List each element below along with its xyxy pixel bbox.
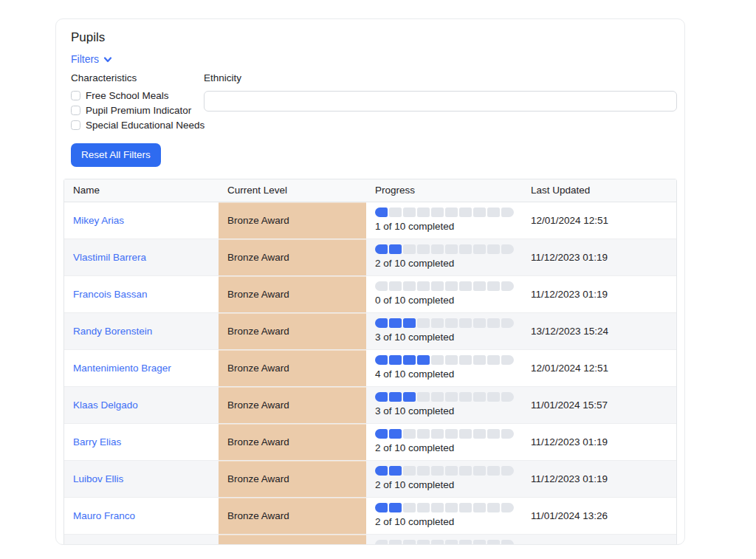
progress-segment-empty — [417, 540, 430, 545]
current-level-value: Bronze Award — [227, 289, 289, 300]
characteristic-checkbox-row[interactable]: Special Educational Needs — [71, 120, 204, 131]
progress-segment-filled — [375, 244, 388, 254]
progress-segment-empty — [445, 540, 458, 545]
progress-segment-empty — [473, 244, 486, 254]
checkbox[interactable] — [71, 106, 80, 115]
progress-cell: 0 of 10 completed — [375, 281, 515, 306]
progress-segment-empty — [403, 208, 416, 217]
last-updated-value: 11/12/2023 01:19 — [531, 436, 608, 447]
progress-segment-empty — [417, 392, 430, 402]
progress-segment-empty — [473, 540, 486, 545]
table-row: Luibov Ellis Bronze Award 2 of 10 comple… — [64, 460, 676, 497]
current-level-value: Bronze Award — [227, 510, 289, 521]
last-updated-value: 12/01/2024 12:51 — [531, 215, 608, 226]
progress-segment-empty — [417, 503, 430, 512]
progress-segment-empty — [473, 318, 486, 328]
table-row — [64, 534, 676, 545]
progress-cell: 2 of 10 completed — [375, 466, 515, 491]
progress-segment-empty — [389, 208, 402, 217]
pupil-name-link[interactable]: Randy Borenstein — [73, 326, 152, 337]
progress-segment-empty — [501, 540, 514, 545]
checkbox[interactable] — [71, 91, 80, 100]
pupil-name-link[interactable]: Luibov Ellis — [73, 473, 123, 484]
progress-segment-empty — [487, 318, 500, 328]
table-row: Mauro Franco Bronze Award 2 of 10 comple… — [64, 497, 676, 534]
progress-bar — [375, 208, 514, 217]
progress-bar — [375, 466, 514, 476]
progress-segment-empty — [487, 355, 500, 365]
characteristics-label: Characteristics — [71, 72, 204, 84]
progress-segment-empty — [403, 540, 416, 545]
table-row: Mikey Arias Bronze Award 1 of 10 complet… — [64, 202, 676, 239]
checkbox-label: Special Educational Needs — [86, 120, 205, 131]
progress-segment-empty — [501, 244, 514, 254]
progress-segment-empty — [403, 281, 416, 291]
progress-segment-empty — [417, 318, 430, 328]
progress-segment-empty — [459, 503, 472, 512]
progress-bar — [375, 503, 514, 512]
pupil-name-link[interactable]: Francois Bassan — [73, 289, 148, 300]
progress-segment-empty — [431, 392, 444, 402]
progress-segment-empty — [487, 503, 500, 512]
last-updated-value: 12/01/2024 12:51 — [531, 363, 608, 374]
last-updated-value: 11/01/2024 15:57 — [531, 399, 608, 411]
pupil-name-link[interactable]: Mantenimiento Brager — [73, 363, 171, 374]
progress-segment-empty — [501, 355, 514, 365]
progress-segment-empty — [431, 244, 444, 254]
pupil-name-link[interactable]: Barry Elias — [73, 436, 121, 447]
progress-segment-filled — [389, 318, 402, 328]
progress-segment-empty — [445, 244, 458, 254]
progress-segment-empty — [473, 503, 486, 512]
pupil-name-link[interactable]: Vlastimil Barrera — [73, 252, 146, 263]
progress-segment-filled — [375, 318, 388, 328]
progress-segment-empty — [459, 355, 472, 365]
progress-text: 0 of 10 completed — [375, 295, 515, 306]
progress-segment-empty — [375, 281, 388, 291]
table-row: Barry Elias Bronze Award 2 of 10 complet… — [64, 423, 676, 460]
progress-bar — [375, 318, 514, 328]
column-header-name: Name — [64, 179, 219, 202]
progress-text: 3 of 10 completed — [375, 405, 515, 417]
progress-segment-empty — [445, 392, 458, 402]
progress-cell: 3 of 10 completed — [375, 392, 515, 417]
pupil-name-link[interactable]: Mauro Franco — [73, 510, 135, 521]
progress-segment-empty — [487, 392, 500, 402]
table-row: Mantenimiento Brager Bronze Award 4 of 1… — [64, 349, 676, 386]
ethnicity-input[interactable] — [204, 91, 677, 112]
progress-segment-empty — [459, 540, 472, 545]
table-row: Vlastimil Barrera Bronze Award 2 of 10 c… — [64, 239, 676, 275]
progress-segment-empty — [445, 318, 458, 328]
progress-segment-empty — [473, 281, 486, 291]
progress-text: 2 of 10 completed — [375, 258, 515, 270]
characteristic-checkbox-row[interactable]: Pupil Premium Indicator — [71, 105, 204, 116]
ethnicity-group: Ethnicity — [204, 72, 677, 131]
progress-text: 2 of 10 completed — [375, 516, 515, 528]
progress-text: 1 of 10 completed — [375, 221, 515, 233]
progress-segment-empty — [403, 466, 416, 476]
characteristic-checkbox-row[interactable]: Free School Meals — [71, 90, 204, 101]
progress-segment-empty — [389, 540, 402, 545]
filters-toggle-label: Filters — [71, 53, 99, 65]
column-header-last-updated: Last Updated — [522, 179, 676, 202]
progress-segment-empty — [431, 355, 444, 365]
checkbox[interactable] — [71, 120, 80, 130]
progress-segment-empty — [431, 466, 444, 476]
progress-segment-empty — [417, 208, 430, 217]
pupil-name-link[interactable]: Klaas Delgado — [73, 399, 138, 411]
page-title: Pupils — [71, 30, 677, 46]
progress-segment-empty — [445, 503, 458, 512]
progress-segment-filled — [375, 429, 388, 439]
pupil-name-link[interactable]: Mikey Arias — [73, 215, 124, 226]
progress-cell: 1 of 10 completed — [375, 208, 515, 233]
progress-segment-empty — [459, 208, 472, 217]
progress-bar — [375, 392, 514, 402]
progress-cell: 2 of 10 completed — [375, 244, 515, 270]
table-row: Francois Bassan Bronze Award 0 of 10 com… — [64, 275, 676, 312]
progress-bar — [375, 355, 514, 365]
filters-toggle[interactable]: Filters — [71, 53, 113, 65]
progress-segment-empty — [389, 281, 402, 291]
reset-filters-button[interactable]: Reset All Filters — [71, 143, 161, 167]
characteristics-checkbox-list: Free School Meals Pupil Premium Indicato… — [71, 90, 204, 131]
progress-segment-empty — [501, 429, 514, 439]
progress-segment-empty — [459, 466, 472, 476]
